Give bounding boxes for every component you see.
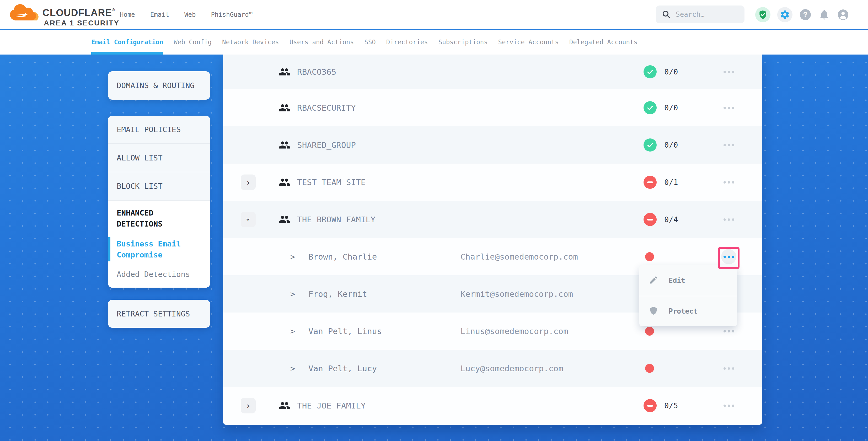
chevron-right-icon[interactable]: > — [290, 327, 295, 336]
status-protected-icon — [644, 138, 657, 152]
row-actions-menu-button[interactable] — [721, 175, 736, 190]
expand-group-button[interactable]: › — [241, 398, 256, 413]
row-actions-menu-button[interactable] — [721, 100, 736, 115]
logo-subtitle: AREA 1 SECURITY — [44, 20, 120, 27]
secondary-nav: Email ConfigurationWeb ConfigNetwork Dev… — [0, 30, 868, 55]
sidebar-item-label: BLOCK LIST — [117, 182, 163, 191]
menu-item-edit[interactable]: Edit — [639, 265, 737, 296]
account-icon[interactable] — [837, 9, 849, 21]
group-name: THE JOE FAMILY — [297, 401, 366, 410]
top-nav-link-email[interactable]: Email — [150, 11, 169, 18]
chevron-down-icon: › — [244, 217, 252, 222]
help-icon[interactable]: ? — [799, 9, 811, 21]
chevron-right-icon: › — [246, 178, 251, 186]
enhanced-detections-label[interactable]: ENHANCED DETECTIONS — [117, 208, 195, 229]
status-unprotected-icon — [644, 176, 657, 189]
tab-subscriptions[interactable]: Subscriptions — [438, 30, 488, 55]
sidebar-card-email-policies: EMAIL POLICIESALLOW LISTBLOCK LIST ENHAN… — [108, 116, 210, 288]
header-status-icons: ? — [755, 0, 849, 29]
group-people-icon — [278, 139, 290, 151]
group-people-icon — [278, 400, 290, 412]
sidebar-card-domains-routing[interactable]: DOMAINS & ROUTING — [108, 71, 210, 100]
sidebar-card-retract-settings[interactable]: RETRACT SETTINGS — [108, 300, 210, 328]
table-row-group: SHARED_GROUP0/0 — [223, 126, 762, 164]
menu-item-protect[interactable]: Protect — [639, 296, 737, 326]
row-actions-menu-button[interactable] — [721, 249, 736, 264]
cloudflare-logo: CLOUDFLARE® AREA 1 SECURITY — [9, 3, 120, 27]
top-nav: HomeEmailWebPhishGuard™ — [120, 0, 252, 29]
sidebar-item-label: EMAIL POLICIES — [117, 125, 181, 134]
user-email: Linus@somedemocorp.com — [461, 326, 568, 336]
tab-directories[interactable]: Directories — [386, 30, 428, 55]
group-people-icon — [278, 102, 290, 114]
top-nav-link-web[interactable]: Web — [184, 11, 196, 18]
notifications-bell-icon[interactable] — [818, 9, 830, 21]
menu-item-label: Edit — [669, 277, 685, 284]
row-actions-menu-button[interactable] — [721, 137, 736, 153]
table-row-group: ›THE JOE FAMILY0/5 — [223, 387, 762, 424]
chevron-right-icon[interactable]: > — [290, 364, 295, 373]
expand-group-button[interactable]: › — [241, 175, 256, 190]
cloudflare-cloud-icon — [9, 3, 40, 27]
table-row-group: ›THE BROWN FAMILY0/4 — [223, 201, 762, 238]
row-actions-menu-button[interactable] — [721, 398, 736, 413]
retract-settings-label: RETRACT SETTINGS — [108, 309, 190, 318]
user-name: Brown, Charlie — [308, 252, 377, 261]
tab-email-configuration[interactable]: Email Configuration — [91, 30, 163, 55]
user-name: Van Pelt, Lucy — [308, 364, 377, 373]
tab-users-and-actions[interactable]: Users and Actions — [289, 30, 354, 55]
status-unprotected-dot — [645, 252, 654, 261]
user-email: Kermit@somedemocorp.com — [461, 289, 573, 298]
group-name: RBACO365 — [297, 67, 336, 76]
status-protected-icon — [644, 65, 657, 78]
settings-gear-icon[interactable] — [777, 7, 793, 22]
user-name: Frog, Kermit — [308, 289, 367, 298]
user-name: Van Pelt, Linus — [308, 326, 382, 336]
protected-count: 0/0 — [664, 67, 678, 76]
group-name: THE BROWN FAMILY — [297, 215, 375, 224]
shield-check-icon[interactable] — [755, 7, 770, 22]
top-header: CLOUDFLARE® AREA 1 SECURITY HomeEmailWeb… — [0, 0, 868, 29]
tab-service-accounts[interactable]: Service Accounts — [498, 30, 559, 55]
tab-network-devices[interactable]: Network Devices — [222, 30, 279, 55]
row-actions-menu-button[interactable] — [721, 361, 736, 376]
protected-count: 0/4 — [664, 215, 678, 224]
table-row-group: RBACO3650/0 — [223, 55, 762, 89]
chevron-right-icon[interactable]: > — [290, 289, 295, 298]
tab-delegated-accounts[interactable]: Delegated Accounts — [569, 30, 638, 55]
status-unprotected-icon — [644, 399, 657, 412]
pencil-icon — [649, 275, 658, 286]
top-nav-link-home[interactable]: Home — [120, 11, 135, 18]
status-unprotected-dot — [645, 364, 654, 373]
sidebar-item-added-detections[interactable]: Added Detections — [117, 270, 203, 279]
row-context-menu: EditProtect — [639, 265, 737, 326]
sidebar-item-email-policies[interactable]: EMAIL POLICIES — [108, 116, 210, 144]
search-icon — [662, 10, 671, 19]
row-actions-menu-button[interactable] — [721, 64, 736, 80]
group-name: RBACSECURITY — [297, 103, 356, 113]
protected-count: 0/5 — [664, 401, 678, 410]
search-box[interactable] — [656, 5, 744, 23]
status-protected-icon — [644, 101, 657, 114]
chevron-right-icon[interactable]: > — [290, 252, 295, 261]
sidebar-item-business-email-compromise[interactable]: Business Email Compromise — [117, 238, 190, 260]
logo-title: CLOUDFLARE® — [42, 8, 120, 18]
sidebar-item-block-list[interactable]: BLOCK LIST — [108, 172, 210, 200]
protected-count: 0/1 — [664, 178, 678, 187]
sidebar-item-allow-list[interactable]: ALLOW LIST — [108, 144, 210, 172]
top-nav-link-phishguard[interactable]: PhishGuard™ — [211, 11, 252, 18]
status-unprotected-icon — [644, 213, 657, 226]
user-email: Charlie@somedemocorp.com — [461, 252, 578, 261]
tab-web-config[interactable]: Web Config — [174, 30, 212, 55]
collapse-group-button[interactable]: › — [241, 212, 256, 227]
menu-item-label: Protect — [669, 307, 698, 315]
user-email: Lucy@somedemocorp.com — [461, 364, 563, 373]
tab-sso[interactable]: SSO — [364, 30, 375, 55]
protected-count: 0/0 — [664, 140, 678, 150]
shield-icon — [649, 306, 658, 316]
group-people-icon — [278, 176, 290, 188]
chevron-right-icon: › — [246, 401, 251, 410]
domains-routing-label: DOMAINS & ROUTING — [108, 81, 194, 90]
search-input[interactable] — [676, 10, 734, 18]
row-actions-menu-button[interactable] — [721, 212, 736, 227]
